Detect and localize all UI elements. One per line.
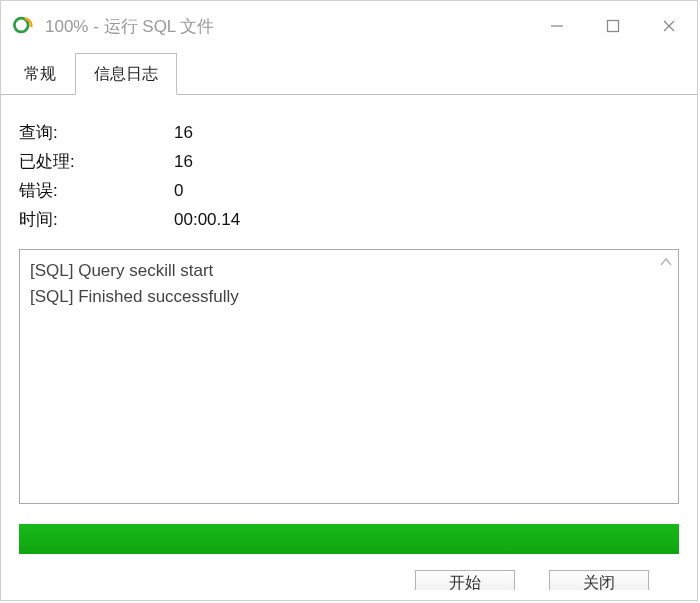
- stats-block: 查询: 16 已处理: 16 错误: 0 时间: 00:00.14: [19, 119, 679, 235]
- stat-row-errors: 错误: 0: [19, 177, 679, 206]
- stat-label: 错误:: [19, 177, 174, 206]
- maximize-button[interactable]: [585, 1, 641, 51]
- stat-label: 时间:: [19, 206, 174, 235]
- minimize-button[interactable]: [529, 1, 585, 51]
- log-output[interactable]: [SQL] Query seckill start [SQL] Finished…: [19, 249, 679, 504]
- stat-row-query: 查询: 16: [19, 119, 679, 148]
- scroll-up-icon[interactable]: [660, 256, 672, 270]
- svg-rect-2: [608, 21, 619, 32]
- tab-content-log: 查询: 16 已处理: 16 错误: 0 时间: 00:00.14 [SQL] …: [1, 95, 697, 600]
- log-line: [SQL] Query seckill start: [30, 258, 668, 284]
- stat-value: 16: [174, 119, 193, 148]
- stat-label: 查询:: [19, 119, 174, 148]
- close-dialog-button[interactable]: 关闭: [549, 570, 649, 590]
- window-title: 100% - 运行 SQL 文件: [45, 15, 529, 38]
- svg-point-0: [14, 18, 28, 32]
- dialog-window: 100% - 运行 SQL 文件 常规 信息日志 查询: 16 已处理: 16 …: [0, 0, 698, 601]
- start-button[interactable]: 开始: [415, 570, 515, 590]
- stat-row-processed: 已处理: 16: [19, 148, 679, 177]
- stat-value: 0: [174, 177, 183, 206]
- progress-bar: [19, 524, 679, 554]
- button-bar: 开始 关闭: [19, 570, 679, 590]
- tab-strip: 常规 信息日志: [1, 51, 697, 95]
- app-icon: [13, 15, 35, 37]
- stat-value: 16: [174, 148, 193, 177]
- stat-label: 已处理:: [19, 148, 174, 177]
- titlebar: 100% - 运行 SQL 文件: [1, 1, 697, 51]
- close-button[interactable]: [641, 1, 697, 51]
- tab-log[interactable]: 信息日志: [75, 53, 177, 95]
- log-line: [SQL] Finished successfully: [30, 284, 668, 310]
- stat-value: 00:00.14: [174, 206, 240, 235]
- tab-general[interactable]: 常规: [5, 53, 75, 95]
- stat-row-time: 时间: 00:00.14: [19, 206, 679, 235]
